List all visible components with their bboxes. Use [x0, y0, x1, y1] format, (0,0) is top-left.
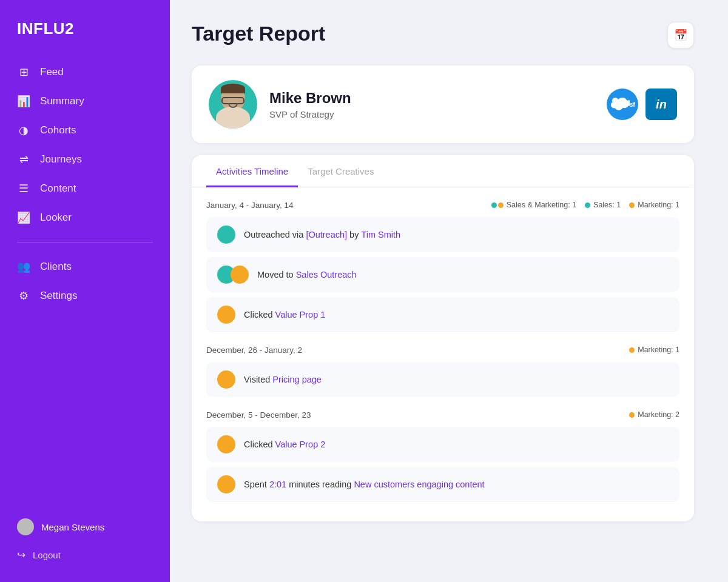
date-group-3: December, 5 - December, 23 Marketing: 2 … — [206, 410, 679, 502]
content-icon: ☰ — [17, 182, 30, 195]
settings-icon: ⚙ — [17, 289, 30, 303]
tab-target-creatives[interactable]: Target Creatives — [298, 155, 383, 187]
brand-logo: INFLU2 — [0, 19, 170, 58]
logout-button[interactable]: ↪ Logout — [17, 543, 153, 567]
tim-smith-link[interactable]: Tim Smith — [361, 230, 400, 239]
value-prop-1-link[interactable]: Value Prop 1 — [275, 310, 326, 319]
orange-activity-dot — [231, 266, 249, 284]
activity-dot-outreach — [217, 226, 235, 244]
orange-dot-pricing — [217, 370, 235, 389]
sidebar-label-looker: Looker — [40, 212, 72, 224]
calendar-icon: 📅 — [674, 28, 687, 42]
legend-label-sales-marketing: Sales & Marketing: 1 — [507, 201, 576, 209]
legend-label-marketing: Marketing: 1 — [638, 201, 679, 209]
legend-marketing-3: Marketing: 2 — [629, 410, 679, 419]
journeys-icon: ⇌ — [17, 153, 30, 166]
date-row-3: December, 5 - December, 23 Marketing: 2 — [206, 410, 679, 420]
orange-dot-activity — [217, 306, 235, 324]
legend-marketing: Marketing: 1 — [629, 201, 679, 209]
linkedin-text: in — [656, 98, 667, 112]
sidebar-label-journeys: Journeys — [40, 153, 82, 166]
date-row-2: December, 26 - January, 2 Marketing: 1 — [206, 346, 679, 355]
calendar-button[interactable]: 📅 — [667, 22, 694, 48]
date-label-2: December, 26 - January, 2 — [206, 346, 302, 355]
current-user: Megan Stevens — [17, 511, 153, 543]
sidebar-item-looker[interactable]: 📈 Looker — [0, 203, 170, 232]
activity-dots-dual — [217, 266, 249, 284]
tab-activities-timeline[interactable]: Activities Timeline — [206, 155, 298, 187]
activity-clicked-value-prop-2: Clicked Value Prop 2 — [206, 427, 679, 462]
content-link[interactable]: New customers engaging content — [354, 480, 484, 489]
page-header: Target Report 📅 — [192, 22, 694, 48]
activity-text-clicked-1: Clicked Value Prop 1 — [244, 310, 325, 319]
dual-dot — [491, 202, 504, 208]
legend-2: Marketing: 1 — [629, 346, 679, 354]
salesforce-text: sf — [630, 101, 635, 108]
sidebar-label-content: Content — [40, 182, 76, 195]
date-group-2: December, 26 - January, 2 Marketing: 1 V… — [206, 346, 679, 397]
outreach-link[interactable]: [Outreach] — [306, 230, 347, 239]
activity-text-visited: Visited Pricing page — [244, 375, 322, 384]
legend-1: Sales & Marketing: 1 Sales: 1 Marketing:… — [491, 201, 679, 209]
activity-text-clicked-2: Clicked Value Prop 2 — [244, 440, 325, 449]
sidebar-label-settings: Settings — [40, 290, 77, 302]
sidebar-item-journeys[interactable]: ⇌ Journeys — [0, 145, 170, 174]
teal-dot — [491, 202, 497, 208]
profile-card: Mike Brown SVP of Strategy sf in — [192, 65, 694, 143]
legend-label-marketing-3: Marketing: 2 — [638, 410, 679, 419]
summary-icon: 📊 — [17, 95, 30, 108]
sales-outreach-link[interactable]: Sales Outreach — [296, 270, 357, 279]
cohorts-icon: ◑ — [17, 124, 30, 137]
sidebar-bottom: Megan Stevens ↪ Logout — [0, 511, 170, 567]
activity-spent-reading: Spent 2:01 minutes reading New customers… — [206, 467, 679, 502]
orange-dot-marketing — [629, 202, 635, 208]
sidebar-label-summary: Summary — [40, 95, 84, 107]
timeline-section: Activities Timeline Target Creatives Jan… — [192, 155, 694, 521]
logout-label: Logout — [33, 550, 61, 560]
legend-sales-marketing: Sales & Marketing: 1 — [491, 201, 576, 209]
sidebar-item-feed[interactable]: ⊞ Feed — [0, 58, 170, 87]
date-label-1: January, 4 - January, 14 — [206, 201, 294, 210]
activity-text-spent: Spent 2:01 minutes reading New customers… — [244, 480, 485, 489]
nav-divider — [17, 242, 153, 242]
date-group-1: January, 4 - January, 14 Sales & Marketi… — [206, 201, 679, 332]
orange-dot-2 — [629, 347, 635, 353]
profile-name: Mike Brown — [269, 90, 351, 107]
feed-icon: ⊞ — [17, 65, 30, 79]
activity-visited-pricing: Visited Pricing page — [206, 362, 679, 397]
orange-dot-sm — [498, 202, 504, 208]
salesforce-logo[interactable]: sf — [607, 89, 638, 120]
user-avatar — [17, 518, 34, 535]
date-row-1: January, 4 - January, 14 Sales & Marketi… — [206, 201, 679, 210]
profile-avatar — [209, 80, 257, 129]
logout-icon: ↪ — [17, 549, 25, 561]
pricing-page-link[interactable]: Pricing page — [272, 375, 322, 384]
orange-dot-vp2 — [217, 435, 235, 453]
time-link[interactable]: 2:01 — [269, 480, 286, 489]
sidebar: INFLU2 ⊞ Feed 📊 Summary ◑ Cohorts ⇌ Jour… — [0, 0, 170, 582]
activity-text-moved: Moved to Sales Outreach — [257, 270, 357, 279]
activity-outreached: Outreached via [Outreach] by Tim Smith — [206, 217, 679, 252]
looker-icon: 📈 — [17, 211, 30, 224]
user-name: Megan Stevens — [41, 522, 104, 532]
orange-dot-reading — [217, 475, 235, 493]
legend-label-marketing-2: Marketing: 1 — [638, 346, 679, 354]
profile-info: Mike Brown SVP of Strategy — [269, 90, 351, 119]
legend-label-sales: Sales: 1 — [593, 201, 621, 209]
value-prop-2-link[interactable]: Value Prop 2 — [275, 440, 326, 449]
sidebar-item-cohorts[interactable]: ◑ Cohorts — [0, 116, 170, 145]
date-label-3: December, 5 - December, 23 — [206, 410, 311, 420]
page-title: Target Report — [192, 22, 325, 45]
sidebar-item-clients[interactable]: 👥 Clients — [0, 252, 170, 281]
teal-dot-sales — [585, 202, 590, 208]
linkedin-logo[interactable]: in — [645, 89, 677, 120]
orange-dot-3 — [629, 412, 635, 418]
sidebar-item-settings[interactable]: ⚙ Settings — [0, 281, 170, 310]
sidebar-item-summary[interactable]: 📊 Summary — [0, 87, 170, 116]
sidebar-item-content[interactable]: ☰ Content — [0, 174, 170, 203]
sidebar-label-clients: Clients — [40, 261, 72, 273]
sidebar-label-feed: Feed — [40, 66, 64, 78]
activity-clicked-value-prop-1: Clicked Value Prop 1 — [206, 297, 679, 332]
activity-text-outreached: Outreached via [Outreach] by Tim Smith — [244, 230, 400, 239]
legend-sales: Sales: 1 — [585, 201, 621, 209]
